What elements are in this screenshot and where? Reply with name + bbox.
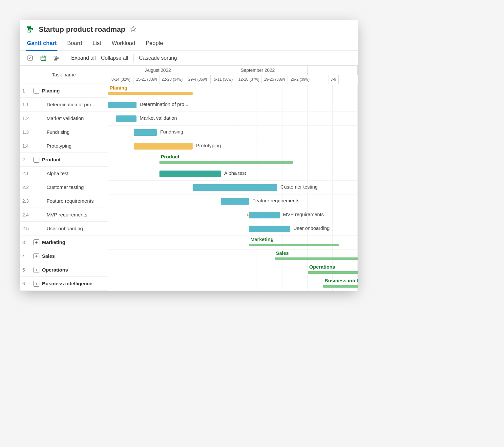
task-index: 3 xyxy=(22,240,31,245)
gantt-row[interactable]: Marketing xyxy=(108,236,358,250)
gantt-row[interactable]: Product xyxy=(108,153,358,167)
task-bar-label: MVP requirements xyxy=(283,212,324,217)
task-bar[interactable] xyxy=(193,184,277,191)
task-bar-label: Customer testing xyxy=(281,184,318,190)
task-group-row[interactable]: 2−Product xyxy=(20,153,108,167)
summary-bar-label: Product xyxy=(161,154,179,159)
task-row[interactable]: 2.3Feature requirements xyxy=(20,194,108,208)
task-bar[interactable] xyxy=(134,129,157,136)
svg-rect-11 xyxy=(55,58,58,59)
gantt-row[interactable]: Determination of pro... xyxy=(108,98,358,112)
summary-bar[interactable] xyxy=(323,285,358,288)
task-group-row[interactable]: 4+Sales xyxy=(20,249,108,263)
task-group-row[interactable]: 6+Business intelligence xyxy=(20,277,108,291)
task-row[interactable]: 2.5User onboarding xyxy=(20,222,108,235)
task-bar[interactable] xyxy=(221,198,249,205)
task-row[interactable]: 1.1Determination of pro... xyxy=(20,98,108,112)
task-name-label: Business intelligence xyxy=(42,281,92,286)
summary-bar[interactable] xyxy=(275,257,358,260)
task-name-label: Marketing xyxy=(42,239,65,245)
cascade-sorting-button[interactable]: Cascade sorting xyxy=(139,55,177,61)
task-name-label: MVP requirements xyxy=(47,212,87,217)
gantt-row[interactable]: Prototyping xyxy=(108,139,358,153)
task-bar[interactable] xyxy=(159,171,221,177)
task-name-header: Task name xyxy=(20,66,108,84)
collapse-toggle[interactable]: − xyxy=(33,157,39,163)
task-name-label: Product xyxy=(42,157,61,162)
task-row[interactable]: 2.1Alpha test xyxy=(20,167,108,180)
favorite-button[interactable] xyxy=(130,26,136,33)
week-header: 8-14 (32w) xyxy=(108,75,134,84)
gantt-row[interactable]: Business intelli xyxy=(108,277,358,291)
checklist-icon[interactable] xyxy=(26,54,34,62)
app-window: Startup product roadmap Gantt chart Boar… xyxy=(20,20,358,291)
task-bar[interactable] xyxy=(134,143,193,150)
expand-toggle[interactable]: + xyxy=(33,267,39,273)
task-group-row[interactable]: 5+Operations xyxy=(20,263,108,277)
summary-bar-label: Operations xyxy=(309,264,335,270)
month-header: September 2022 xyxy=(208,66,308,75)
task-bar[interactable] xyxy=(249,212,280,218)
week-header xyxy=(313,75,328,84)
task-group-row[interactable]: 3+Marketing xyxy=(20,235,108,249)
gantt-row[interactable]: Sales xyxy=(108,250,358,263)
task-name-label: User onboarding xyxy=(47,226,83,231)
tab-board[interactable]: Board xyxy=(67,37,83,51)
task-row[interactable]: 1.2Market validation xyxy=(20,112,108,125)
gantt-row[interactable]: Feature requirements xyxy=(108,194,358,208)
task-bar-label: Determination of pro... xyxy=(140,101,188,107)
summary-bar[interactable] xyxy=(108,92,193,95)
gantt-row[interactable]: Alpha test xyxy=(108,167,358,181)
tab-workload[interactable]: Workload xyxy=(111,37,136,51)
task-bar[interactable] xyxy=(249,226,290,232)
summary-bar-label: Sales xyxy=(276,250,289,256)
gantt-row[interactable]: Fundrising xyxy=(108,126,358,139)
task-bar[interactable] xyxy=(108,102,136,108)
task-row[interactable]: 2.2Customer testing xyxy=(20,180,108,194)
summary-bar[interactable] xyxy=(308,271,358,274)
calendar-today-icon[interactable] xyxy=(39,54,47,62)
task-index: 1.2 xyxy=(22,116,31,121)
toolbar-divider xyxy=(133,54,134,62)
week-header: 19-25 (38w) xyxy=(262,75,287,84)
expand-toggle[interactable]: + xyxy=(33,281,39,287)
timeline-column[interactable]: August 2022September 2022 8-14 (32w)15-2… xyxy=(108,66,358,291)
task-index: 4 xyxy=(22,254,31,259)
summary-bar[interactable] xyxy=(249,244,339,246)
collapse-toggle[interactable]: − xyxy=(33,88,39,94)
task-name-label: Feature requirements xyxy=(47,198,94,204)
svg-rect-10 xyxy=(54,56,57,57)
week-header: 5-11 (36w) xyxy=(211,75,236,84)
tab-gantt-chart[interactable]: Gantt chart xyxy=(26,37,57,51)
tab-people[interactable]: People xyxy=(145,37,164,51)
gantt-row[interactable]: Market validation xyxy=(108,112,358,126)
collapse-all-button[interactable]: Collapse all xyxy=(101,55,128,61)
task-index: 1 xyxy=(22,88,31,93)
task-bar[interactable] xyxy=(116,115,136,122)
gantt-row[interactable]: Planing xyxy=(108,84,358,98)
expand-toggle[interactable]: + xyxy=(33,239,39,245)
gantt-row[interactable]: Operations xyxy=(108,263,358,277)
gantt-view-icon[interactable] xyxy=(52,54,60,62)
week-header: 3-9 xyxy=(328,75,339,84)
gantt-row[interactable]: User onboarding xyxy=(108,222,358,236)
toolbar: Expand all Collapse all Cascade sorting xyxy=(20,51,358,66)
task-row[interactable]: 1.3Fundrising xyxy=(20,125,108,139)
view-tabs: Gantt chart Board List Workload People xyxy=(20,37,358,51)
task-index: 1.4 xyxy=(22,143,31,149)
gantt-row[interactable]: MVP requirements xyxy=(108,208,358,222)
task-group-row[interactable]: 1−Planing xyxy=(20,84,108,98)
summary-bar[interactable] xyxy=(159,161,293,164)
expand-toggle[interactable]: + xyxy=(33,253,39,259)
expand-all-button[interactable]: Expand all xyxy=(71,55,96,61)
task-row[interactable]: 2.4MVP requirements xyxy=(20,208,108,222)
gantt-row[interactable]: Customer testing xyxy=(108,181,358,194)
svg-rect-2 xyxy=(28,31,31,32)
task-name-label: Sales xyxy=(42,253,55,259)
task-index: 2.2 xyxy=(22,185,31,190)
task-name-label: Operations xyxy=(42,267,68,273)
summary-bar-label: Business intelli xyxy=(325,278,358,283)
tab-list[interactable]: List xyxy=(92,37,102,51)
task-row[interactable]: 1.4Prototyping xyxy=(20,139,108,153)
svg-rect-1 xyxy=(29,29,32,30)
